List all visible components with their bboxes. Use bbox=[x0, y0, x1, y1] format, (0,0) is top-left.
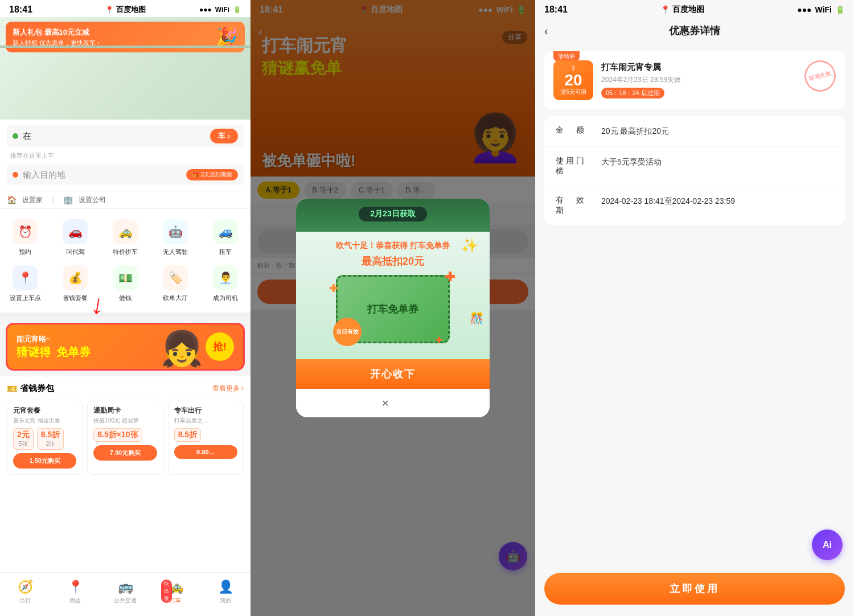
modal-box: 2月23日获取 欧气十足！恭喜获得 打车免单券 最高抵扣20元 打车免单券 当日… bbox=[296, 199, 490, 417]
detail-row-threshold: 使用门槛 大于5元享受活动 bbox=[544, 147, 845, 186]
nav-taxi[interactable]: 🚕 快出发 打车 bbox=[150, 577, 200, 607]
current-location-row: 在 车 › bbox=[7, 125, 244, 147]
shortcut-home[interactable]: 设置家 bbox=[22, 195, 43, 205]
detail-row-validity: 有 效 期 2024-02-23 18:41至2024-02-23 23:59 bbox=[544, 186, 845, 225]
page-title-3: 优惠券详情 bbox=[669, 24, 720, 38]
new-user-title: 新人礼包 最高10元立减 bbox=[13, 27, 100, 38]
promo-banner[interactable]: 闹元宵咯~ 猜谜得 免单券 👧 抢! bbox=[6, 323, 245, 371]
nav-nearby[interactable]: 📍 周边 bbox=[50, 577, 100, 607]
recommend-text: 推荐在这里上车 bbox=[7, 151, 244, 160]
time-3: 18:41 bbox=[544, 5, 568, 15]
promo-grab-btn[interactable]: 抢! bbox=[206, 332, 234, 361]
coupon-buy-btn-2[interactable]: 9.90… bbox=[174, 445, 237, 459]
grid-item-loan[interactable]: 💵 借钱 bbox=[100, 261, 150, 307]
nav-transit[interactable]: 🚌 公共交通 bbox=[100, 577, 150, 607]
collect-button[interactable]: 开心收下 bbox=[296, 359, 490, 389]
coupon-section-title: 🎫 省钱券包 bbox=[7, 383, 54, 394]
coupon-card-2: 专车出行 打车品质之… 8.5折 9.90… bbox=[168, 400, 244, 475]
grid-item-become-driver[interactable]: 👨‍💼 成为司机 bbox=[200, 261, 251, 307]
coupon-cards: 元宵套餐 喜乐元宵 福运出发 2元 5张 8.5折 2张 1.50元购买 通勤周… bbox=[7, 400, 244, 475]
grid-item-driver[interactable]: 🚗 叫代驾 bbox=[50, 215, 100, 261]
panel-2: 18:41 📍 百度地图 ●●● WiFi 🔋 ‹ 打车闹元宵 猜谜赢免单 👩‍… bbox=[251, 0, 535, 616]
coupon-detail-card: 活动券 ¥ 20 满5元可用 打车闹元宵专属 2024年2月23日 23:59失… bbox=[544, 51, 845, 109]
current-location-text: 在 bbox=[23, 131, 206, 142]
detail-row-amount: 金 额 20元 最高折扣20元 bbox=[544, 116, 845, 147]
detail-list: 金 额 20元 最高折扣20元 使用门槛 大于5元享受活动 有 效 期 2024… bbox=[544, 116, 845, 225]
nav-travel[interactable]: 🧭 出行 bbox=[0, 577, 50, 607]
status-bar-3: 18:41 📍 百度地图 ●●● WiFi 🔋 bbox=[535, 0, 854, 17]
new-user-banner[interactable]: 新人礼包 最高10元立减 新人特权 优先派单，更快发车 › 🎉 bbox=[6, 22, 245, 52]
grid-item-auto[interactable]: 🤖 无人驾驶 bbox=[150, 215, 200, 261]
coupon-card-0: 元宵套餐 喜乐元宵 福运出发 2元 5张 8.5折 2张 1.50元购买 bbox=[7, 400, 83, 475]
grid-item-book[interactable]: ⏰ 预约 bbox=[0, 215, 50, 261]
destination-row[interactable]: 输入目的地 🎁 3天后到期赎 bbox=[7, 165, 244, 185]
grid-item-pickup[interactable]: 📍 设置上车点 bbox=[0, 261, 50, 307]
search-area: 在 车 › 推荐在这里上车 输入目的地 🎁 3天后到期赎 bbox=[0, 120, 251, 191]
destination-text: 输入目的地 bbox=[23, 170, 182, 180]
panel-1: 18:41 📍 百度地图 ●●● WiFi 🔋 新人礼包 最高10元立减 新人特… bbox=[0, 0, 251, 616]
coupon-more-link[interactable]: 查看更多 › bbox=[212, 384, 244, 393]
coupon-card-1: 通勤周卡 价值100元 超划算 8.5折×10张 7.90元购买 bbox=[87, 400, 163, 475]
grid-item-cancel[interactable]: 🏷️ 砍单大厅 bbox=[150, 261, 200, 307]
coupon-section: 🎫 省钱券包 查看更多 › 元宵套餐 喜乐元宵 福运出发 2元 5张 8.5折 … bbox=[0, 376, 251, 572]
modal-content: 欧气十足！恭喜获得 打车免单券 最高抵扣20元 打车免单券 当日有效 ✚ ✚ ✚ bbox=[296, 232, 490, 359]
location-dot bbox=[13, 133, 18, 139]
grid-item-rent[interactable]: 🚙 租车 bbox=[200, 215, 251, 261]
map-background: 新人礼包 最高10元立减 新人特权 优先派单，更快发车 › 🎉 bbox=[0, 17, 251, 120]
shortcut-work[interactable]: 设置公司 bbox=[79, 195, 106, 205]
bottom-nav: 🧭 出行 📍 周边 🚌 公共交通 🚕 快出发 打车 👤 我的 bbox=[0, 572, 251, 616]
p3-header: ‹ 优惠券详情 bbox=[535, 17, 854, 44]
coupon-stamp: 当日有效 bbox=[333, 318, 362, 346]
status-icons-1: ●●● WiFi 🔋 bbox=[199, 6, 241, 14]
modal-amount-text: 最高抵扣20元 bbox=[305, 254, 481, 268]
coupon-amount-box: ¥ 20 满5元可用 bbox=[553, 60, 593, 100]
new-user-subtitle: 新人特权 优先派单，更快发车 › bbox=[13, 39, 100, 47]
modal-close-button[interactable]: ✕ bbox=[377, 395, 393, 411]
shortcuts-row: 🏠 设置家 | 🏢 设置公司 bbox=[0, 191, 251, 209]
expire-badge: 🎁 3天后到期赎 bbox=[186, 169, 238, 180]
modal-congrats-text: 欧气十足！恭喜获得 打车免单券 bbox=[305, 241, 481, 251]
panel-3: 18:41 📍 百度地图 ●●● WiFi 🔋 ‹ 优惠券详情 活动券 ¥ 20… bbox=[535, 0, 854, 616]
use-coupon-button[interactable]: 立即使用 bbox=[544, 573, 845, 605]
grid-item-share[interactable]: 🚕 特价拼车 bbox=[100, 215, 150, 261]
promo-text: 闹元宵咯~ 猜谜得 免单券 bbox=[17, 334, 93, 360]
car-button[interactable]: 车 › bbox=[210, 129, 238, 143]
back-button-3[interactable]: ‹ bbox=[544, 24, 548, 38]
modal-date-badge: 2月23日获取 bbox=[359, 207, 426, 221]
coupon-buy-btn-0[interactable]: 1.50元购买 bbox=[13, 453, 76, 469]
dest-dot bbox=[13, 172, 18, 178]
coupon-visual: 打车免单券 当日有效 ✚ ✚ ✚ bbox=[336, 275, 450, 343]
nav-profile[interactable]: 👤 我的 bbox=[200, 577, 251, 607]
ai-float-btn-3[interactable]: Ai bbox=[812, 529, 843, 560]
coupon-header: 🎫 省钱券包 查看更多 › bbox=[7, 383, 244, 394]
modal-header: 2月23日获取 bbox=[296, 199, 490, 232]
modal-overlay: 2月23日获取 欧气十足！恭喜获得 打车免单券 最高抵扣20元 打车免单券 当日… bbox=[251, 0, 535, 616]
grid-menu: ⏰ 预约 🚗 叫代驾 🚕 特价拼车 🤖 无人驾驶 🚙 租车 📍 设置上车点 💰 … bbox=[0, 209, 251, 317]
coupon-countdown: 05：18：24 后过期 bbox=[601, 88, 664, 98]
coupon-buy-btn-1[interactable]: 7.90元购买 bbox=[93, 445, 157, 461]
time-1: 18:41 bbox=[9, 5, 32, 15]
status-bar-1: 18:41 📍 百度地图 ●●● WiFi 🔋 bbox=[0, 0, 251, 17]
